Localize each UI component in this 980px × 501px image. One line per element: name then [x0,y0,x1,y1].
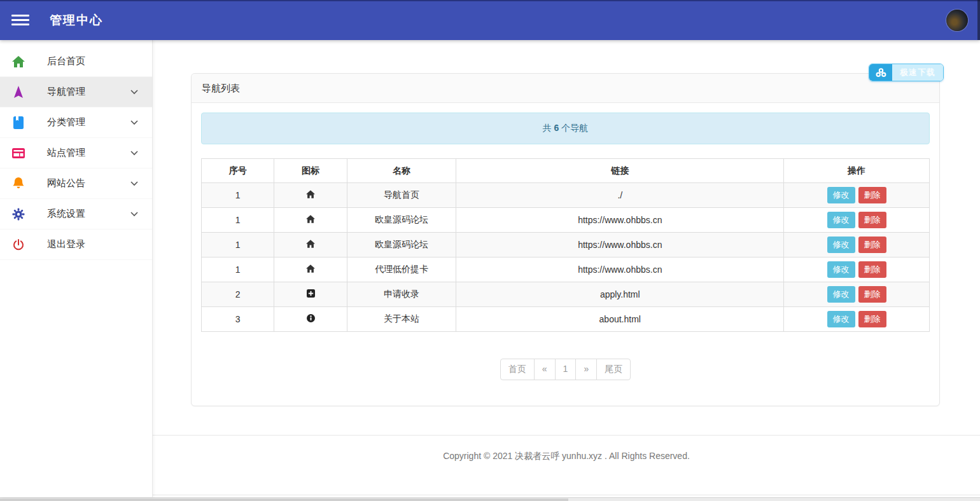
sidebar-item-label: 系统设置 [47,208,85,220]
home-icon [274,257,347,282]
cell-index: 1 [202,257,274,282]
overlay-button-label: 极速下载 [892,64,943,81]
chevron-down-icon [130,181,138,186]
netdisk-circles-icon [869,64,892,81]
pagination-last[interactable]: 尾页 [596,359,631,380]
cell-actions: 修改删除 [784,233,930,257]
table-row: 2 申请收录 apply.html 修改删除 [202,282,930,307]
cell-actions: 修改删除 [784,257,930,282]
chevron-down-icon [130,151,138,156]
col-header-link: 链接 [456,159,784,183]
cell-name: 申请收录 [347,282,456,307]
nav-list-panel: 导航列表 共 6 个导航 序号 图标 名称 链接 操作 1 [191,73,940,406]
cell-name: 代理低价提卡 [347,257,456,282]
chevron-down-icon [130,90,138,95]
pagination-first[interactable]: 首页 [500,359,535,380]
pagination-page-1[interactable]: 1 [555,359,577,380]
delete-button[interactable]: 删除 [858,311,886,327]
app-title: 管理中心 [50,12,103,29]
sidebar-item-dashboard[interactable]: 后台首页 [0,46,152,77]
col-header-actions: 操作 [784,159,930,183]
cell-index: 2 [202,282,274,307]
nav-table: 序号 图标 名称 链接 操作 1 导航首页 ./ 修改删除 [201,158,930,332]
cell-actions: 修改删除 [784,183,930,208]
table-row: 1 导航首页 ./ 修改删除 [202,183,930,208]
nav-count-alert: 共 6 个导航 [201,113,930,144]
power-icon [11,238,25,251]
cell-link: https://www.ohbbs.cn [456,208,784,233]
cell-name: 欧皇源码论坛 [347,208,456,233]
delete-button[interactable]: 删除 [858,187,886,203]
col-header-icon: 图标 [274,159,347,183]
table-row: 3 关于本站 about.html 修改删除 [202,307,930,332]
cell-actions: 修改删除 [784,208,930,233]
cell-link: https://www.ohbbs.cn [456,257,784,282]
navigation-arrow-icon [11,86,25,99]
main-content: 导航列表 共 6 个导航 序号 图标 名称 链接 操作 1 [153,40,980,497]
sidebar-item-settings[interactable]: 系统设置 [0,199,152,230]
user-avatar[interactable] [946,10,968,31]
sidebar-item-label: 网站公告 [47,177,85,189]
info-circle-icon [274,307,347,332]
edit-button[interactable]: 修改 [827,237,855,253]
sidebar-item-label: 导航管理 [47,86,85,98]
cell-name: 欧皇源码论坛 [347,233,456,257]
edit-button[interactable]: 修改 [827,212,855,228]
sidebar-item-label: 退出登录 [47,238,85,251]
chevron-down-icon [130,212,138,217]
copyright-text: Copyright © 2021 决裁者云呼 yunhu.xyz . All R… [443,451,690,461]
menu-toggle-icon[interactable] [11,12,29,28]
download-overlay-button[interactable]: 极速下载 [869,64,944,81]
sidebar-item-logout[interactable]: 退出登录 [0,230,152,260]
sidebar-item-announcement[interactable]: 网站公告 [0,168,152,199]
cell-link: ./ [456,183,784,208]
delete-button[interactable]: 删除 [858,237,886,253]
top-header: 管理中心 [0,0,980,40]
scrollbar-thumb[interactable] [0,498,568,501]
cell-name: 导航首页 [347,183,456,208]
edit-button[interactable]: 修改 [827,187,855,203]
edit-button[interactable]: 修改 [827,286,855,303]
footer: Copyright © 2021 决裁者云呼 yunhu.xyz . All R… [153,435,980,495]
sidebar-item-site-manage[interactable]: 站点管理 [0,138,152,168]
cell-index: 1 [202,233,274,257]
col-header-name: 名称 [347,159,456,183]
sidebar-item-category-manage[interactable]: 分类管理 [0,107,152,138]
delete-button[interactable]: 删除 [858,261,886,278]
horizontal-scrollbar[interactable] [0,497,980,501]
delete-button[interactable]: 删除 [858,286,886,303]
pagination: 首页 « 1 » 尾页 [201,359,930,380]
site-window-icon [11,148,25,158]
col-header-index: 序号 [202,159,274,183]
sidebar-item-label: 后台首页 [47,55,85,67]
edit-button[interactable]: 修改 [827,311,855,327]
sidebar: 后台首页 导航管理 分类管理 站点管理 网站公告 [0,40,153,497]
table-header-row: 序号 图标 名称 链接 操作 [202,159,930,183]
home-icon [274,183,347,208]
home-icon [274,233,347,257]
home-icon [274,208,347,233]
sidebar-item-nav-manage[interactable]: 导航管理 [0,77,152,107]
cell-index: 1 [202,208,274,233]
cell-link: apply.html [456,282,784,307]
pagination-prev[interactable]: « [534,359,556,380]
cell-link: https://www.ohbbs.cn [456,233,784,257]
pagination-next[interactable]: » [575,359,597,380]
table-row: 1 代理低价提卡 https://www.ohbbs.cn 修改删除 [202,257,930,282]
delete-button[interactable]: 删除 [858,212,886,228]
table-row: 1 欧皇源码论坛 https://www.ohbbs.cn 修改删除 [202,233,930,257]
cell-actions: 修改删除 [784,307,930,332]
cell-actions: 修改删除 [784,282,930,307]
edit-button[interactable]: 修改 [827,261,855,278]
panel-title: 导航列表 [192,74,939,103]
cell-index: 3 [202,307,274,332]
cell-link: about.html [456,307,784,332]
home-icon [11,56,25,67]
chevron-down-icon [130,120,138,125]
book-icon [11,116,25,129]
gear-icon [11,208,25,221]
plus-square-icon [274,282,347,307]
cell-index: 1 [202,183,274,208]
bell-icon [11,177,25,190]
cell-name: 关于本站 [347,307,456,332]
